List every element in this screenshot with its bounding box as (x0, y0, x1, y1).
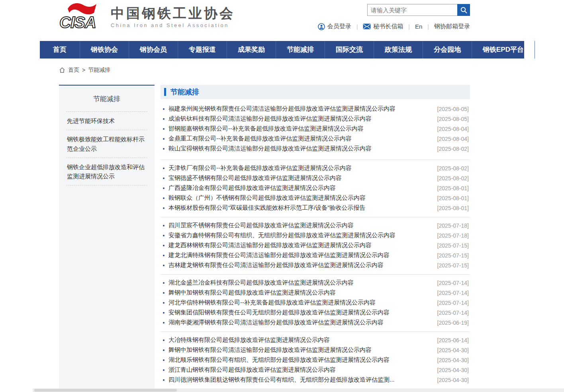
sidebar-item-2[interactable]: 钢铁企业超低排放改造和评估监测进展情况公示 (66, 158, 147, 186)
news-link[interactable]: 建龙西林钢铁有限公司清洁运输部分超低排放改造评估监测进展情况公示内容 (168, 242, 372, 249)
news-date: [2025-08-01] (432, 195, 469, 201)
news-link[interactable]: 四川德润钢铁集团航达钢铁有限责任公司有组织、无组织部分超低排放改造评估监测... (168, 376, 395, 384)
cisa-mail-login-link[interactable]: 钢协邮箱登录 (434, 23, 470, 30)
news-link[interactable]: 舞钢中加钢铁有限公司超低排放改造评估监测进展情况公示内容 (168, 289, 336, 296)
sidebar-item-1[interactable]: 钢铁极致能效工程能效标杆示范企业公示 (66, 130, 147, 158)
news-row: 建龙西林钢铁有限公司清洁运输部分超低排放改造评估监测进展情况公示内容[2025-… (161, 240, 470, 250)
nav-item-5[interactable]: 节能减排 (276, 41, 325, 59)
news-link[interactable]: 鞍钢联众（广州）不锈钢有限公司超低排放改造评估监测进展情况公示内容 (168, 194, 366, 202)
mail-icon (363, 23, 371, 29)
news-row: 河北华信特种钢铁有限公司--补充装备超低排放改造评估监测进展情况公示内容[202… (161, 298, 470, 308)
bullet-icon (163, 225, 164, 226)
news-date: [2025-08-02] (432, 146, 469, 152)
news-row: 广西盛隆冶金有限公司超低排放改造评估监测进展情况公示内容[2025-08-01] (161, 183, 470, 193)
news-row: 舞钢中加钢铁有限公司超低排放改造评估监测进展情况公示内容[2025-07-14] (161, 288, 470, 298)
breadcrumb-home[interactable]: 首页 (68, 66, 79, 74)
news-link[interactable]: 湖北金盛兰冶金科技有限公司超低排放改造评估监测进展情况公示内容 (168, 279, 354, 287)
nav-item-6[interactable]: 国际交流 (325, 41, 374, 59)
sidebar-menu: 先进节能环保技术钢铁极致能效工程能效标杆示范企业公示钢铁企业超低排放改造和评估监… (59, 111, 155, 185)
bullet-icon (163, 235, 164, 236)
bullet-icon (163, 369, 164, 371)
nav-item-10[interactable]: 低碳平台 (535, 41, 564, 59)
news-row: 鞍山宝得钢铁有限公司清洁运输部分超低排放改造评估监测进展情况公示内容[2025-… (161, 144, 470, 154)
secretary-mailbox-link[interactable]: 秘书长信箱 (363, 23, 403, 30)
sidebar-item-0[interactable]: 先进节能环保技术 (66, 111, 147, 130)
content-area: 节能减排 先进节能环保技术钢铁极致能效工程能效标杆示范企业公示钢铁企业超低排放改… (59, 85, 470, 389)
nav-item-9[interactable]: 钢铁EPD平台 (472, 41, 535, 59)
news-date: [2025-08-02] (432, 175, 469, 181)
news-link[interactable]: 宝钢德盛不锈钢有限公司超低排放改造评估监测进展情况公示内容 (168, 174, 342, 182)
news-link[interactable]: 本钢板材股份有限公司“双碳最佳实践能效标杆示范工序/设备”验收公示报告 (168, 204, 365, 212)
nav-item-7[interactable]: 政策法规 (374, 41, 423, 59)
bullet-icon (163, 118, 164, 120)
news-link[interactable]: 吉林建龙钢铁有限责任公司清洁运输部分超低排放改造评估监测进展情况公示内容 (168, 261, 384, 269)
news-date: [2025-04-30] (432, 377, 469, 383)
bullet-icon (163, 302, 164, 304)
quick-links: 会员登录 | 秘书长信箱 | En | 钢协邮箱登录 (318, 23, 470, 30)
news-date: [2025-07-14] (432, 310, 469, 316)
news-link[interactable]: 湖南华菱湘潭钢铁有限公司清洁运输部分超低排放改造评估监测进展情况公示内容 (168, 319, 384, 326)
member-login-link[interactable]: 会员登录 (318, 23, 351, 30)
news-link[interactable]: 河北华信特种钢铁有限公司--补充装备超低排放改造评估监测进展情况公示内容 (168, 299, 376, 306)
news-date: [2025-08-01] (432, 205, 469, 211)
site-title: 中国钢铁工业协会 (111, 6, 235, 21)
nav-item-3[interactable]: 专题报道 (178, 41, 227, 59)
news-date: [2025-08-04] (432, 136, 469, 142)
news-group-1: 天津铁厂有限公司--补充装备超低排放改造评估监测进展情况公示内容[2025-08… (161, 160, 470, 217)
sidebar-title: 节能减排 (59, 86, 155, 111)
news-link[interactable]: 邯钢能嘉钢铁有限公司--补充装备超低排放改造评估监测进展情况公示内容 (168, 125, 364, 133)
news-link[interactable]: 湖北顺乐钢铁有限公司有组织、无组织部分超低排放改造评估监测进展情况公示内容 (168, 356, 390, 364)
news-link[interactable]: 金鼎重工有限公司--补充装备超低排放改造评估监测进展情况公示内容 (168, 135, 352, 142)
news-row: 金鼎重工有限公司--补充装备超低排放改造评估监测进展情况公示内容[2025-08… (161, 134, 470, 144)
news-row: 浙江青山钢铁有限公司超低排放改造评估监测进展情况公示内容[2025-04-30] (161, 365, 470, 375)
red-flag-icon (68, 3, 96, 14)
news-link[interactable]: 成渝钒钛科技有限公司清洁运输部分超低排放改造评估监测进展情况公示内容 (168, 115, 372, 123)
news-date: [2025-07-18] (432, 232, 469, 239)
news-row: 湖北金盛兰冶金科技有限公司超低排放改造评估监测进展情况公示内容[2025-07-… (161, 278, 470, 288)
bullet-icon (163, 168, 164, 169)
bullet-icon (163, 138, 164, 140)
english-label: En (415, 23, 422, 30)
bullet-icon (163, 322, 164, 324)
news-date: [2025-08-04] (432, 126, 469, 132)
news-date: [2025-08-05] (432, 116, 469, 122)
news-row: 鞍钢联众（广州）不锈钢有限公司超低排放改造评估监测进展情况公示内容[2025-0… (161, 193, 470, 203)
english-link[interactable]: En (415, 23, 422, 30)
bullet-icon (163, 359, 164, 361)
news-link[interactable]: 鞍山宝得钢铁有限公司清洁运输部分超低排放改造评估监测进展情况公示内容 (168, 145, 372, 152)
news-row: 安徽省力鑫特钢有限公司有组织、无组织部分超低排放改造评估监测进展情况公示内容[2… (161, 230, 470, 240)
news-link[interactable]: 舞钢中加钢铁有限公司清洁运输部分超低排放改造评估监测进展情况公示内容 (168, 346, 372, 354)
nav-item-2[interactable]: 钢协会员 (129, 41, 178, 59)
news-link[interactable]: 大冶特殊钢有限公司超低排放改造评估监测进展情况公示内容 (168, 336, 330, 344)
site-header: CISA 中国钢铁工业协会 China Iron and Steel Assoc… (40, 0, 524, 41)
news-link[interactable]: 天津铁厂有限公司--补充装备超低排放改造评估监测进展情况公示内容 (168, 164, 352, 172)
nav-item-1[interactable]: 钢铁协会 (80, 41, 129, 59)
nav-item-0[interactable]: 首页 (40, 41, 80, 59)
news-link[interactable]: 浙江青山钢铁有限公司超低排放改造评估监测进展情况公示内容 (168, 366, 336, 374)
secretary-mailbox-label: 秘书长信箱 (373, 23, 403, 30)
nav-item-4[interactable]: 成果奖励 (227, 41, 276, 59)
news-link[interactable]: 广西盛隆冶金有限公司超低排放改造评估监测进展情况公示内容 (168, 184, 336, 192)
bullet-icon (163, 197, 164, 199)
news-link[interactable]: 福建泉州闽光钢铁有限责任公司清洁运输部分超低排放改造评估监测进展情况公示内容 (168, 105, 396, 113)
bullet-icon (163, 128, 164, 130)
news-row: 安钢集团信阳钢铁有限责任公司无组织部分超低排放改造评估监测进展情况公示内容[20… (161, 308, 470, 318)
bullet-icon (163, 245, 164, 246)
svg-text:CISA: CISA (59, 14, 96, 31)
breadcrumb: 首页 > 节能减排 (59, 66, 524, 74)
cisa-logo[interactable]: CISA (59, 2, 106, 32)
news-link[interactable]: 建龙北满特殊钢有限责任公司清洁运输部分超低排放改造评估监测进展情况公示内容 (168, 252, 390, 259)
search-input[interactable] (367, 4, 457, 16)
news-date: [2025-04-30] (432, 367, 469, 373)
news-date: [2025-07-15] (432, 252, 469, 259)
news-link[interactable]: 安徽省力鑫特钢有限公司有组织、无组织部分超低排放改造评估监测进展情况公示内容 (168, 232, 396, 239)
scrollbar-thumb[interactable] (34, 389, 177, 392)
breadcrumb-separator: > (82, 67, 85, 73)
bullet-icon (163, 108, 164, 110)
search-button[interactable] (457, 4, 470, 16)
news-link[interactable]: 安钢集团信阳钢铁有限责任公司无组织部分超低排放改造评估监测进展情况公示内容 (168, 309, 390, 316)
nav-item-8[interactable]: 分会园地 (423, 41, 472, 59)
accent-bar-icon (164, 88, 166, 96)
news-date: [2025-04-30] (432, 357, 469, 363)
news-link[interactable]: 四川罡宸不锈钢有限责任公司超低排放改造评估监测进展情况公示内容 (168, 222, 354, 229)
